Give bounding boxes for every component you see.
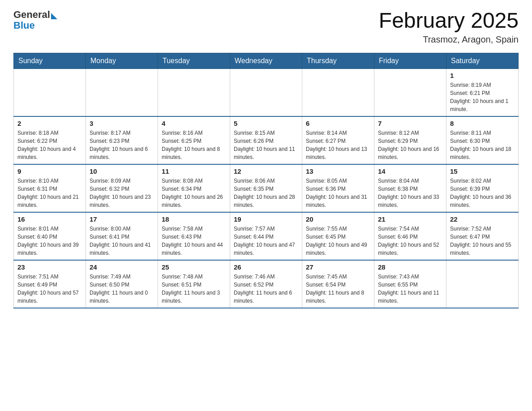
day-cell: 7Sunrise: 8:12 AM Sunset: 6:29 PM Daylig… xyxy=(374,116,446,164)
day-info: Sunrise: 7:46 AM Sunset: 6:52 PM Dayligh… xyxy=(234,273,298,305)
week-row-1: 1Sunrise: 8:19 AM Sunset: 6:21 PM Daylig… xyxy=(14,68,519,116)
day-info: Sunrise: 7:48 AM Sunset: 6:51 PM Dayligh… xyxy=(162,273,226,305)
day-cell: 20Sunrise: 7:55 AM Sunset: 6:45 PM Dayli… xyxy=(302,212,374,260)
col-friday: Friday xyxy=(374,53,446,68)
day-number: 17 xyxy=(90,215,154,223)
day-cell: 6Sunrise: 8:14 AM Sunset: 6:27 PM Daylig… xyxy=(302,116,374,164)
day-info: Sunrise: 8:10 AM Sunset: 6:31 PM Dayligh… xyxy=(17,177,82,209)
day-info: Sunrise: 8:01 AM Sunset: 6:40 PM Dayligh… xyxy=(17,225,82,257)
day-info: Sunrise: 7:57 AM Sunset: 6:44 PM Dayligh… xyxy=(234,225,298,257)
day-number: 1 xyxy=(450,72,515,79)
day-info: Sunrise: 7:45 AM Sunset: 6:54 PM Dayligh… xyxy=(306,273,370,305)
day-cell: 17Sunrise: 8:00 AM Sunset: 6:41 PM Dayli… xyxy=(86,212,158,260)
week-row-3: 9Sunrise: 8:10 AM Sunset: 6:31 PM Daylig… xyxy=(14,164,519,212)
day-cell: 2Sunrise: 8:18 AM Sunset: 6:22 PM Daylig… xyxy=(14,116,86,164)
day-cell: 8Sunrise: 8:11 AM Sunset: 6:30 PM Daylig… xyxy=(446,116,519,164)
week-row-2: 2Sunrise: 8:18 AM Sunset: 6:22 PM Daylig… xyxy=(14,116,519,164)
day-cell xyxy=(14,68,86,116)
logo-general-text: General xyxy=(13,9,50,21)
day-info: Sunrise: 8:15 AM Sunset: 6:26 PM Dayligh… xyxy=(234,129,298,161)
day-cell: 5Sunrise: 8:15 AM Sunset: 6:26 PM Daylig… xyxy=(230,116,302,164)
logo-arrow-icon xyxy=(51,13,57,19)
day-cell: 4Sunrise: 8:16 AM Sunset: 6:25 PM Daylig… xyxy=(158,116,230,164)
day-cell: 26Sunrise: 7:46 AM Sunset: 6:52 PM Dayli… xyxy=(230,260,302,308)
week-row-4: 16Sunrise: 8:01 AM Sunset: 6:40 PM Dayli… xyxy=(14,212,519,260)
day-number: 2 xyxy=(17,120,82,127)
day-number: 10 xyxy=(90,167,154,175)
day-cell xyxy=(86,68,158,116)
page-header: General Blue February 2025 Trasmoz, Arag… xyxy=(13,9,519,45)
day-number: 3 xyxy=(90,120,154,127)
col-monday: Monday xyxy=(86,53,158,68)
day-number: 24 xyxy=(90,263,154,271)
day-number: 6 xyxy=(306,120,370,127)
day-cell: 23Sunrise: 7:51 AM Sunset: 6:49 PM Dayli… xyxy=(14,260,86,308)
day-info: Sunrise: 7:51 AM Sunset: 6:49 PM Dayligh… xyxy=(17,273,82,305)
week-row-5: 23Sunrise: 7:51 AM Sunset: 6:49 PM Dayli… xyxy=(14,260,519,308)
day-cell: 22Sunrise: 7:52 AM Sunset: 6:47 PM Dayli… xyxy=(446,212,519,260)
day-cell: 12Sunrise: 8:06 AM Sunset: 6:35 PM Dayli… xyxy=(230,164,302,212)
day-info: Sunrise: 7:55 AM Sunset: 6:45 PM Dayligh… xyxy=(306,225,370,257)
calendar-subtitle: Trasmoz, Aragon, Spain xyxy=(379,34,519,45)
logo-blue-text: Blue xyxy=(13,20,35,31)
day-number: 22 xyxy=(450,215,515,223)
day-info: Sunrise: 8:02 AM Sunset: 6:39 PM Dayligh… xyxy=(450,177,515,209)
day-cell: 15Sunrise: 8:02 AM Sunset: 6:39 PM Dayli… xyxy=(446,164,519,212)
day-info: Sunrise: 8:00 AM Sunset: 6:41 PM Dayligh… xyxy=(90,225,154,257)
col-wednesday: Wednesday xyxy=(230,53,302,68)
day-info: Sunrise: 8:05 AM Sunset: 6:36 PM Dayligh… xyxy=(306,177,370,209)
day-number: 5 xyxy=(234,120,298,127)
logo: General Blue xyxy=(13,9,57,31)
day-cell: 18Sunrise: 7:58 AM Sunset: 6:43 PM Dayli… xyxy=(158,212,230,260)
day-number: 27 xyxy=(306,263,370,271)
col-saturday: Saturday xyxy=(446,53,519,68)
day-cell: 11Sunrise: 8:08 AM Sunset: 6:34 PM Dayli… xyxy=(158,164,230,212)
col-sunday: Sunday xyxy=(14,53,86,68)
day-cell: 10Sunrise: 8:09 AM Sunset: 6:32 PM Dayli… xyxy=(86,164,158,212)
header-row: Sunday Monday Tuesday Wednesday Thursday… xyxy=(14,53,519,68)
day-cell: 14Sunrise: 8:04 AM Sunset: 6:38 PM Dayli… xyxy=(374,164,446,212)
col-tuesday: Tuesday xyxy=(158,53,230,68)
day-info: Sunrise: 8:11 AM Sunset: 6:30 PM Dayligh… xyxy=(450,129,515,161)
day-cell: 1Sunrise: 8:19 AM Sunset: 6:21 PM Daylig… xyxy=(446,68,519,116)
day-number: 4 xyxy=(162,120,226,127)
day-number: 14 xyxy=(378,167,442,175)
day-number: 9 xyxy=(17,167,82,175)
day-number: 7 xyxy=(378,120,442,127)
day-number: 20 xyxy=(306,215,370,223)
day-cell xyxy=(374,68,446,116)
day-cell: 9Sunrise: 8:10 AM Sunset: 6:31 PM Daylig… xyxy=(14,164,86,212)
day-cell: 3Sunrise: 8:17 AM Sunset: 6:23 PM Daylig… xyxy=(86,116,158,164)
day-number: 13 xyxy=(306,167,370,175)
day-number: 19 xyxy=(234,215,298,223)
day-info: Sunrise: 8:09 AM Sunset: 6:32 PM Dayligh… xyxy=(90,177,154,209)
day-cell: 27Sunrise: 7:45 AM Sunset: 6:54 PM Dayli… xyxy=(302,260,374,308)
day-cell: 21Sunrise: 7:54 AM Sunset: 6:46 PM Dayli… xyxy=(374,212,446,260)
day-info: Sunrise: 7:49 AM Sunset: 6:50 PM Dayligh… xyxy=(90,273,154,305)
day-number: 18 xyxy=(162,215,226,223)
day-cell: 24Sunrise: 7:49 AM Sunset: 6:50 PM Dayli… xyxy=(86,260,158,308)
day-info: Sunrise: 8:17 AM Sunset: 6:23 PM Dayligh… xyxy=(90,129,154,161)
day-cell xyxy=(446,260,519,308)
day-cell: 19Sunrise: 7:57 AM Sunset: 6:44 PM Dayli… xyxy=(230,212,302,260)
day-number: 8 xyxy=(450,120,515,127)
day-cell: 25Sunrise: 7:48 AM Sunset: 6:51 PM Dayli… xyxy=(158,260,230,308)
calendar-table: Sunday Monday Tuesday Wednesday Thursday… xyxy=(13,53,519,308)
day-cell xyxy=(230,68,302,116)
day-cell: 13Sunrise: 8:05 AM Sunset: 6:36 PM Dayli… xyxy=(302,164,374,212)
day-number: 28 xyxy=(378,263,442,271)
day-number: 23 xyxy=(17,263,82,271)
day-info: Sunrise: 8:12 AM Sunset: 6:29 PM Dayligh… xyxy=(378,129,442,161)
day-number: 11 xyxy=(162,167,226,175)
calendar-title: February 2025 xyxy=(379,9,519,33)
title-block: February 2025 Trasmoz, Aragon, Spain xyxy=(379,9,519,45)
day-info: Sunrise: 7:52 AM Sunset: 6:47 PM Dayligh… xyxy=(450,225,515,257)
day-cell: 16Sunrise: 8:01 AM Sunset: 6:40 PM Dayli… xyxy=(14,212,86,260)
day-number: 26 xyxy=(234,263,298,271)
day-info: Sunrise: 7:54 AM Sunset: 6:46 PM Dayligh… xyxy=(378,225,442,257)
day-number: 15 xyxy=(450,167,515,175)
day-number: 12 xyxy=(234,167,298,175)
day-number: 21 xyxy=(378,215,442,223)
day-cell xyxy=(158,68,230,116)
day-info: Sunrise: 8:16 AM Sunset: 6:25 PM Dayligh… xyxy=(162,129,226,161)
